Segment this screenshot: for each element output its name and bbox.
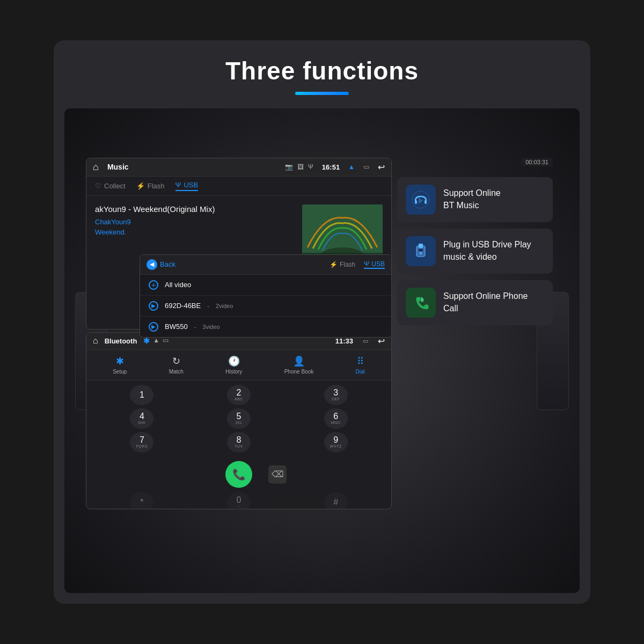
bt-time: 11:33	[335, 337, 353, 345]
bt-window: ▭	[163, 336, 169, 345]
heart-icon: ♡	[95, 182, 101, 190]
usb-tab-flash[interactable]: ⚡ Flash	[330, 260, 355, 269]
svg-rect-9	[419, 244, 423, 248]
usb-tab-icon: Ψ	[175, 181, 181, 189]
bt-match-icon: ↻	[172, 355, 180, 367]
tab-usb[interactable]: Ψ USB	[175, 181, 199, 191]
dial-key-1[interactable]: 1	[130, 385, 153, 405]
back-icon-top[interactable]: ↩	[378, 162, 385, 172]
right-panel: 00:03:31 Support OnlineBT Music	[397, 158, 553, 544]
car-screen-area: ⌂ Music 📷 🖼 Ψ 16:51 ▲ ▭ ↩	[64, 108, 580, 593]
bt-status-icons: ✱ ▲ ▭	[143, 336, 169, 345]
usb-tab-usb[interactable]: Ψ USB	[364, 260, 385, 269]
dial-actions: 📞 ⌫	[86, 457, 391, 492]
dial-key-star[interactable]: *	[130, 492, 153, 509]
bt-screen-title: Bluetooth	[105, 337, 137, 345]
bt-nav-history[interactable]: 🕐 History	[225, 355, 242, 375]
usb-list-item-1[interactable]: ▶ 692D-46BE - 2video	[140, 296, 391, 317]
bt-music-icon-wrapper	[406, 185, 436, 215]
usb-overlay: ◀ Back ⚡ Flash Ψ USB	[140, 254, 392, 338]
dial-key-9[interactable]: 9WXYZ	[324, 432, 348, 452]
tab-collect[interactable]: ♡ Collect	[95, 181, 126, 191]
bt-window-icon: ▭	[363, 338, 368, 345]
image-icon: 🖼	[297, 163, 304, 171]
music-tabs: ♡ Collect ⚡ Flash Ψ USB	[86, 177, 391, 196]
delete-button[interactable]: ⌫	[268, 465, 287, 484]
feature-card-bt-music: Support OnlineBT Music	[397, 177, 553, 222]
svg-rect-10	[419, 249, 423, 251]
play-icon-2: ▶	[149, 322, 158, 332]
usb-tab-usb-icon: Ψ	[364, 260, 369, 268]
music-title: akYoun9 - Weekend(Original Mix)	[95, 204, 294, 214]
title-underline	[295, 92, 349, 95]
phone-call-icon-wrapper	[406, 288, 436, 318]
dial-key-3[interactable]: 3DEF	[324, 385, 348, 405]
phone-call-text: Support Online Phone Call	[443, 290, 544, 314]
back-button[interactable]: ◀ Back	[147, 259, 175, 270]
bt-wifi: ▲	[153, 336, 159, 345]
music-artist: ChakYoun9	[95, 218, 294, 226]
camera-icon: 📷	[285, 163, 293, 171]
duration-badge: 00:03:31	[521, 158, 553, 166]
dial-key-7[interactable]: 7PQRS	[130, 432, 153, 452]
dial-key-0[interactable]: 0+	[227, 492, 251, 509]
bt-music-text: Support OnlineBT Music	[443, 187, 501, 211]
dial-key-6[interactable]: 6MNO	[324, 408, 348, 429]
call-button[interactable]: 📞	[225, 461, 252, 488]
topbar-icons: 📷 🖼 Ψ	[285, 163, 313, 171]
usb-list-all[interactable]: + All video	[140, 275, 391, 296]
right-spacer	[397, 332, 553, 544]
dial-key-8[interactable]: 8TUV	[227, 432, 251, 452]
tab-flash[interactable]: ⚡ Flash	[136, 181, 165, 191]
feature-card-phone: Support Online Phone Call	[397, 280, 553, 325]
music-album: Weekend.	[95, 228, 294, 236]
music-time: 16:51	[322, 163, 340, 171]
bt-phonebook-icon: 👤	[293, 355, 305, 367]
wifi-icon: ▲	[348, 163, 355, 171]
bt-nav: ✱ Setup ↻ Match 🕐 History 👤	[86, 350, 391, 380]
dialpad: 1 2ABC 3DEF 4GHI 5JKL 6MNO 7PQRS 8TUV 9W…	[86, 380, 391, 457]
content-wrapper: ⌂ Music 📷 🖼 Ψ 16:51 ▲ ▭ ↩	[86, 158, 558, 544]
usb-header: ◀ Back ⚡ Flash Ψ USB	[140, 255, 391, 275]
bt-history-icon: 🕐	[228, 355, 240, 367]
usb-list-item-2[interactable]: ▶ BW550 - 3video	[140, 317, 391, 337]
home-icon[interactable]: ⌂	[93, 162, 99, 173]
bt-nav-match[interactable]: ↻ Match	[169, 355, 184, 375]
dial-key-4[interactable]: 4GHI	[130, 408, 153, 429]
bt-dial-icon: ⠿	[357, 355, 364, 367]
dial-key-hash[interactable]: #	[324, 492, 348, 509]
screens-column: ⌂ Music 📷 🖼 Ψ 16:51 ▲ ▭ ↩	[86, 158, 392, 544]
feature-card-usb: Plug in USB Drive Playmusic & video	[397, 229, 553, 274]
usb-flash-icon: ⚡	[330, 261, 338, 268]
dial-key-5[interactable]: 5JKL	[227, 408, 251, 429]
usb-tabs: ⚡ Flash Ψ USB	[330, 260, 385, 269]
main-container: Three functions ⌂ Music 📷 🖼 Ψ	[54, 40, 590, 604]
window-icon: ▭	[363, 163, 369, 171]
back-circle-icon: ◀	[147, 259, 157, 270]
bt-nav-dial[interactable]: ⠿ Dial	[356, 355, 365, 375]
usb-drive-icon-wrapper	[406, 236, 436, 266]
dial-key-2[interactable]: 2ABC	[227, 385, 251, 405]
svg-rect-6	[415, 200, 417, 204]
dial-bottom-row: * 0+ #	[86, 492, 391, 509]
bt-icon: ✱	[143, 336, 150, 345]
play-icon-1: ▶	[149, 301, 158, 311]
svg-point-11	[420, 252, 422, 254]
music-topbar: ⌂ Music 📷 🖼 Ψ 16:51 ▲ ▭ ↩	[86, 158, 391, 177]
music-screen-title: Music	[107, 163, 129, 171]
svg-rect-7	[425, 200, 427, 204]
flash-icon: ⚡	[136, 182, 145, 190]
usb-icon-top: Ψ	[308, 163, 313, 171]
bt-home-icon: ⌂	[93, 336, 98, 346]
bt-nav-setup[interactable]: ✱ Setup	[113, 355, 127, 375]
bt-screen: ⌂ Bluetooth ✱ ▲ ▭ 11:33 ▭ ↩ ✱	[86, 332, 392, 509]
bt-setup-icon: ✱	[116, 355, 124, 367]
usb-drive-text: Plug in USB Drive Playmusic & video	[443, 239, 531, 263]
plus-icon: +	[149, 280, 158, 290]
page-title: Three functions	[225, 56, 419, 85]
bt-nav-phonebook[interactable]: 👤 Phone Book	[284, 355, 314, 375]
